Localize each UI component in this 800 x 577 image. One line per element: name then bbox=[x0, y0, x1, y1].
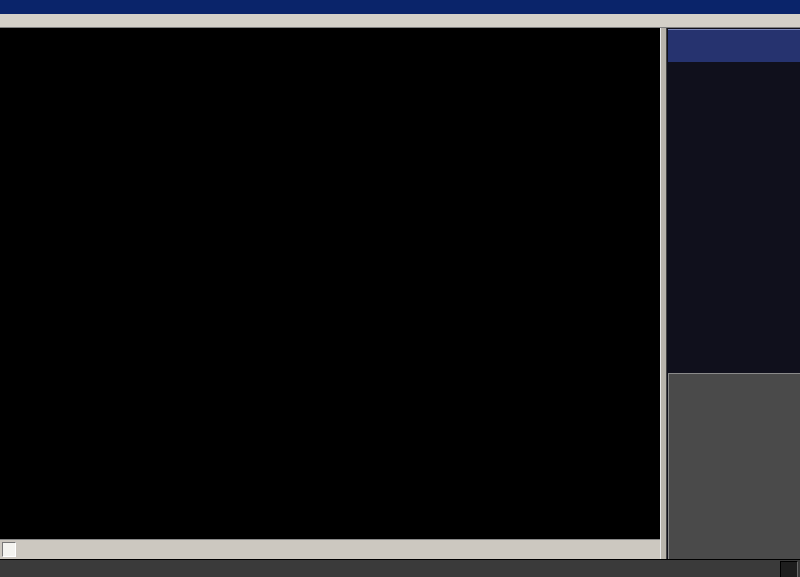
analyzer-screen bbox=[0, 28, 660, 559]
softkey-column bbox=[668, 28, 800, 559]
instrument-window bbox=[0, 0, 800, 577]
instrument-status-bar bbox=[0, 559, 800, 577]
clock bbox=[780, 561, 798, 577]
channel-status-bar bbox=[0, 539, 660, 559]
softkey-scroll-strip[interactable] bbox=[660, 28, 667, 559]
status-indicators bbox=[777, 560, 798, 577]
plot-canvas bbox=[0, 45, 660, 539]
main-area bbox=[0, 28, 800, 559]
softkey-sidebar bbox=[660, 28, 800, 559]
trace-title-bar bbox=[0, 28, 660, 45]
softkey-empty-area bbox=[668, 373, 800, 559]
softkey-menu-title bbox=[668, 29, 800, 62]
plot-area bbox=[0, 45, 660, 539]
channel-number bbox=[2, 542, 16, 557]
window-titlebar[interactable] bbox=[0, 0, 800, 14]
menu-bar bbox=[0, 14, 800, 28]
